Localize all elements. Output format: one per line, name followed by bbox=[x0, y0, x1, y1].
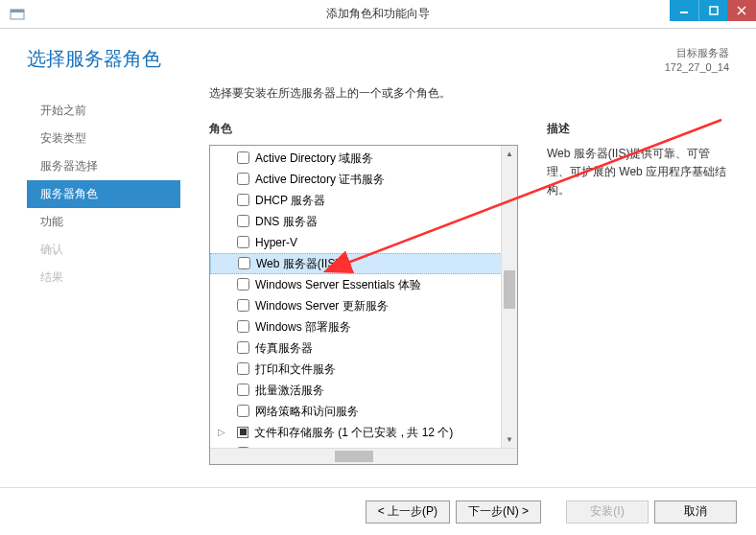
role-row[interactable]: DHCP 服务器 bbox=[210, 190, 517, 211]
role-label: 传真服务器 bbox=[255, 338, 313, 358]
scroll-thumb-h[interactable] bbox=[335, 451, 373, 462]
role-row[interactable]: 传真服务器 bbox=[210, 337, 517, 359]
svg-rect-1 bbox=[11, 10, 24, 12]
role-row[interactable]: Active Directory 证书服务 bbox=[210, 169, 517, 190]
page-title: 选择服务器角色 bbox=[27, 46, 161, 72]
role-row[interactable]: Active Directory 域服务 bbox=[210, 148, 517, 169]
role-checkbox[interactable] bbox=[237, 236, 249, 248]
role-checkbox[interactable] bbox=[237, 299, 249, 312]
role-label: Windows Server 更新服务 bbox=[255, 296, 389, 315]
role-label: Web 服务器(IIS) bbox=[256, 254, 339, 273]
footer: < 上一步(P) 下一步(N) > 安装(I) 取消 bbox=[0, 487, 756, 535]
checkbox-partial[interactable] bbox=[237, 427, 248, 438]
nav-item-4[interactable]: 功能 bbox=[27, 208, 180, 236]
window-title: 添加角色和功能向导 bbox=[326, 6, 430, 22]
role-row[interactable]: Windows Server 更新服务 bbox=[210, 295, 517, 316]
nav-item-0[interactable]: 开始之前 bbox=[27, 97, 180, 125]
role-label: DHCP 服务器 bbox=[255, 191, 325, 210]
roles-listbox: Active Directory 域服务Active Directory 证书服… bbox=[209, 145, 518, 465]
role-row[interactable]: Windows Server Essentials 体验 bbox=[210, 274, 517, 295]
role-checkbox[interactable] bbox=[237, 173, 249, 185]
nav-item-5: 确认 bbox=[27, 236, 180, 264]
role-checkbox[interactable] bbox=[237, 320, 249, 333]
server-info: 目标服务器 172_27_0_14 bbox=[665, 46, 729, 76]
role-label: Active Directory 域服务 bbox=[255, 149, 373, 168]
main: 选择要安装在所选服务器上的一个或多个角色。 角色 Active Director… bbox=[180, 85, 729, 492]
role-row[interactable]: 网络策略和访问服务 bbox=[210, 401, 517, 422]
role-checkbox[interactable] bbox=[237, 405, 249, 417]
instruction-text: 选择要安装在所选服务器上的一个或多个角色。 bbox=[209, 85, 729, 102]
role-label: Windows Server Essentials 体验 bbox=[255, 275, 421, 294]
horizontal-scrollbar[interactable] bbox=[210, 448, 517, 464]
maximize-button[interactable] bbox=[698, 0, 727, 21]
role-label: Hyper-V bbox=[255, 233, 297, 252]
role-checkbox[interactable] bbox=[237, 362, 249, 375]
role-row[interactable]: 批量激活服务 bbox=[210, 380, 517, 401]
scroll-down-button[interactable]: ▼ bbox=[502, 431, 517, 448]
role-label: 文件和存储服务 (1 个已安装 , 共 12 个) bbox=[254, 423, 453, 442]
role-checkbox[interactable] bbox=[237, 341, 249, 354]
nav-item-3[interactable]: 服务器角色 bbox=[27, 180, 180, 208]
role-checkbox[interactable] bbox=[238, 257, 250, 269]
nav-item-1[interactable]: 安装类型 bbox=[27, 125, 180, 152]
role-row[interactable]: 打印和文件服务 bbox=[210, 359, 517, 380]
description-text: Web 服务器(IIS)提供可靠、可管理、可扩展的 Web 应用程序基础结构。 bbox=[547, 145, 729, 200]
vertical-scrollbar[interactable]: ▲ ▼ bbox=[501, 146, 517, 448]
previous-button[interactable]: < 上一步(P) bbox=[366, 500, 450, 523]
role-row[interactable]: Web 服务器(IIS) bbox=[210, 253, 517, 274]
role-row[interactable]: ▷文件和存储服务 (1 个已安装 , 共 12 个) bbox=[210, 422, 517, 443]
description-label: 描述 bbox=[547, 121, 729, 137]
roles-label: 角色 bbox=[209, 121, 518, 137]
roles-list[interactable]: Active Directory 域服务Active Directory 证书服… bbox=[210, 146, 517, 448]
close-button[interactable] bbox=[727, 0, 756, 21]
role-checkbox[interactable] bbox=[237, 194, 249, 206]
header: 选择服务器角色 目标服务器 172_27_0_14 bbox=[0, 29, 756, 85]
title-bar: 添加角色和功能向导 bbox=[0, 0, 756, 29]
sidebar: 开始之前安装类型服务器选择服务器角色功能确认结果 bbox=[27, 85, 180, 492]
role-label: DNS 服务器 bbox=[255, 212, 318, 231]
role-checkbox[interactable] bbox=[237, 384, 249, 396]
role-row[interactable]: Windows 部署服务 bbox=[210, 316, 517, 337]
scroll-up-button[interactable]: ▲ bbox=[502, 146, 517, 162]
window-controls bbox=[670, 0, 756, 21]
wizard-body: 开始之前安装类型服务器选择服务器角色功能确认结果 选择要安装在所选服务器上的一个… bbox=[0, 85, 756, 492]
role-label: 网络策略和访问服务 bbox=[255, 402, 359, 421]
nav-item-6: 结果 bbox=[27, 264, 180, 291]
roles-panel: 角色 Active Directory 域服务Active Directory … bbox=[209, 121, 518, 465]
role-label: 打印和文件服务 bbox=[255, 360, 336, 379]
install-button[interactable]: 安装(I) bbox=[566, 500, 649, 523]
expand-icon[interactable]: ▷ bbox=[216, 423, 227, 442]
server-name: 172_27_0_14 bbox=[665, 60, 729, 75]
role-checkbox[interactable] bbox=[237, 215, 249, 227]
role-label: Windows 部署服务 bbox=[255, 317, 351, 337]
role-row[interactable]: Hyper-V bbox=[210, 232, 517, 253]
svg-rect-3 bbox=[710, 7, 718, 14]
cancel-button[interactable]: 取消 bbox=[654, 500, 737, 523]
role-label: 批量激活服务 bbox=[255, 381, 324, 400]
role-row[interactable]: DNS 服务器 bbox=[210, 211, 517, 232]
nav-item-2[interactable]: 服务器选择 bbox=[27, 152, 180, 180]
role-checkbox[interactable] bbox=[237, 151, 249, 164]
app-icon bbox=[8, 5, 27, 24]
minimize-button[interactable] bbox=[670, 0, 698, 21]
role-label: Active Directory 证书服务 bbox=[255, 170, 385, 189]
next-button[interactable]: 下一步(N) > bbox=[456, 500, 541, 523]
role-checkbox[interactable] bbox=[237, 278, 249, 291]
server-label: 目标服务器 bbox=[665, 46, 729, 60]
scroll-thumb-v[interactable] bbox=[504, 270, 515, 309]
description-panel: 描述 Web 服务器(IIS)提供可靠、可管理、可扩展的 Web 应用程序基础结… bbox=[547, 121, 729, 465]
